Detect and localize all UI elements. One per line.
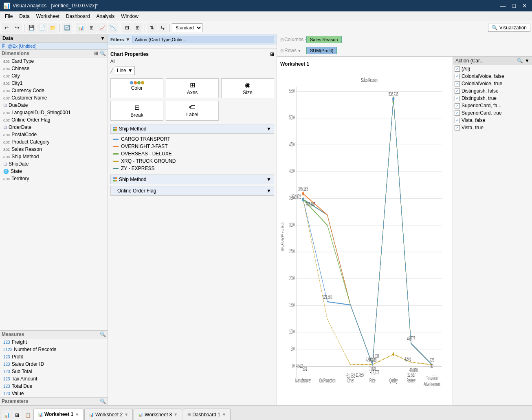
columns-pill[interactable]: Sales Reason [306, 36, 342, 43]
new-button[interactable]: 📄 [37, 23, 47, 33]
color-button[interactable]: Color [110, 78, 163, 98]
chart2-button[interactable]: 📈 [97, 23, 107, 33]
menu-window[interactable]: Window [118, 13, 142, 20]
dim-duedate[interactable]: ⊡ DueDate [0, 102, 108, 109]
dim-online-order-flag[interactable]: abc Online Order Flag [0, 116, 108, 124]
tab-ws3-arrow[interactable]: ▼ [174, 412, 178, 417]
menu-worksheet[interactable]: Worksheet [33, 13, 63, 20]
menu-dashboard[interactable]: Dashboard [63, 13, 93, 20]
dim-shipdate[interactable]: ⊡ ShipDate [0, 160, 108, 168]
sort-desc-button[interactable]: ⇆ [158, 23, 167, 33]
visualization-button[interactable]: 🔍 Visualization [488, 24, 530, 32]
checkbox-vista-false[interactable] [455, 118, 460, 123]
online-order-detail-arrow[interactable]: ▼ [266, 188, 271, 194]
dim-territory[interactable]: abc Territory [0, 175, 108, 182]
dim-sales-reason[interactable]: abc Sales Reason [0, 146, 108, 153]
menu-analysis[interactable]: Analysis [93, 13, 118, 20]
rp-item-vista-false[interactable]: Vista, false [453, 117, 532, 124]
menu-file[interactable]: File [2, 13, 16, 20]
new-story-icon-btn[interactable]: 📋 [23, 410, 33, 420]
measure-total-due[interactable]: 123 Total Due [0, 382, 108, 390]
table-button[interactable]: ⊞ [87, 23, 97, 33]
chart-container[interactable]: SUM(Profit) Sales Reason [277, 69, 453, 405]
measure-tax-amount[interactable]: 123 Tax Amount [0, 375, 108, 382]
redo-button[interactable]: ↪ [12, 23, 22, 33]
open-button[interactable]: 📁 [48, 23, 57, 33]
rows-pill[interactable]: SUM(Profit) [306, 47, 337, 54]
right-panel-search-icon[interactable]: 🔍 [517, 58, 523, 64]
checkbox-sc-false[interactable] [455, 103, 460, 108]
dim-state[interactable]: 🌐 State [0, 168, 108, 175]
datasource-name[interactable]: @Ex [Untitled] [8, 44, 36, 49]
rows-dropdown-arrow[interactable]: ▼ [297, 49, 301, 53]
checkbox-cv-false[interactable] [455, 74, 460, 79]
tab-worksheet-1[interactable]: 📊 Worksheet 1 ▼ [33, 409, 84, 420]
dim-orderdate[interactable]: ⊡ OrderDate [0, 124, 108, 131]
tab-ws1-arrow[interactable]: ▼ [75, 412, 79, 417]
new-sheet-icon-btn[interactable]: 📊 [2, 410, 11, 420]
menu-data[interactable]: Data [16, 13, 33, 20]
tab-dashboard-1[interactable]: ⊞ Dashboard 1 ▼ [183, 409, 231, 420]
measure-sales-order-id[interactable]: 123 Sales Order ID [0, 360, 108, 368]
params-search-icon[interactable]: 🔍 [100, 398, 106, 404]
rp-item-cv-true[interactable]: ColonialVoice, true [453, 80, 532, 87]
rp-item-vista-true[interactable]: Vista, true [453, 124, 532, 131]
dim-city1[interactable]: abc City1 [0, 80, 108, 87]
tab-worksheet-2[interactable]: 📊 Worksheet 2 ▼ [84, 409, 133, 420]
dim-chinese[interactable]: abc Chinese [0, 65, 108, 72]
sort-asc-button[interactable]: ⇅ [147, 23, 157, 33]
chart3-button[interactable]: 📉 [108, 23, 118, 33]
tab-worksheet-3[interactable]: 📊 Worksheet 3 ▼ [134, 409, 182, 420]
right-panel-dropdown-arrow[interactable]: ▼ [525, 58, 530, 64]
break-button[interactable]: ⊟ Break [110, 101, 163, 121]
dim-currency-code[interactable]: abc Currency Code [0, 87, 108, 94]
checkbox-all[interactable] [455, 66, 460, 72]
size-button[interactable]: ◉ Size [221, 78, 274, 98]
checkbox-cv-true[interactable] [455, 81, 460, 86]
dim-postal-code[interactable]: abc PostalCode [0, 131, 108, 138]
rp-item-cv-false[interactable]: ColonialVoice, false [453, 73, 532, 80]
tab-db1-arrow[interactable]: ▼ [222, 412, 226, 417]
measure-num-records[interactable]: #123 Number of Records [0, 346, 108, 353]
measure-freight[interactable]: 123 Freight [0, 338, 108, 346]
online-order-detail-header[interactable]: ⁚⁚ Online Order Flag ▼ [110, 186, 274, 196]
dim-lang-id[interactable]: abc LanguageID,ID_String0001 [0, 109, 108, 116]
rp-item-dist-true[interactable]: Distinguish, true [453, 95, 532, 102]
new-dashboard-icon-btn[interactable]: ⊞ [12, 410, 22, 420]
mark-type-select[interactable]: Line ▼ [115, 66, 135, 75]
save-button[interactable]: 💾 [26, 23, 36, 33]
ship-method-detail-arrow[interactable]: ▼ [266, 177, 271, 182]
layout-btn2[interactable]: ⊞ [133, 23, 143, 33]
maximize-button[interactable]: □ [511, 2, 517, 9]
rp-item-dist-false[interactable]: Distinguish, false [453, 87, 532, 95]
ship-method-legend-header[interactable]: Ship Method ▼ [110, 124, 274, 134]
ship-method-detail-header[interactable]: Ship Method ▼ [110, 175, 274, 184]
dim-ship-method[interactable]: abc Ship Method [0, 153, 108, 160]
measure-profit[interactable]: 123 Profit [0, 353, 108, 360]
minimize-button[interactable]: — [499, 2, 508, 9]
search-icon[interactable]: 🔍 [100, 51, 106, 56]
dim-customer-name[interactable]: abc Customer Name [0, 94, 108, 102]
label-button[interactable]: 🏷 Label [166, 101, 219, 121]
checkbox-dist-true[interactable] [455, 96, 460, 101]
filter-chip-action[interactable]: Action (Card Type,Onlin... [132, 36, 274, 43]
measures-search-icon[interactable]: 🔍 [100, 332, 106, 337]
layout-btn1[interactable]: ⊟ [122, 23, 132, 33]
rp-item-sc-false[interactable]: SuperiorCard, fa... [453, 102, 532, 109]
grid-icon[interactable]: ⊞ [94, 51, 98, 56]
dim-product-category[interactable]: abc Product Category [0, 138, 108, 146]
measure-value[interactable]: 123 Value [0, 390, 108, 397]
measure-sub-total[interactable]: 123 Sub Total [0, 368, 108, 375]
refresh-button[interactable]: 🔄 [62, 23, 72, 33]
filters-dropdown-arrow[interactable]: ▼ [125, 37, 130, 42]
chart-props-expand[interactable]: ⊞ [270, 51, 274, 57]
axes-button[interactable]: ⊞ Axes [166, 78, 219, 98]
close-button[interactable]: ✕ [521, 2, 529, 9]
ship-method-legend-dropdown[interactable]: ▼ [266, 126, 271, 132]
data-panel-arrow[interactable]: ▼ [100, 35, 105, 41]
rp-item-sc-true[interactable]: SuperiorCard, true [453, 109, 532, 117]
dim-card-type[interactable]: abc Card Type [0, 57, 108, 65]
standard-dropdown[interactable]: Standard [172, 23, 202, 32]
checkbox-sc-true[interactable] [455, 111, 460, 116]
chart-type-button[interactable]: 📊 [76, 23, 86, 33]
